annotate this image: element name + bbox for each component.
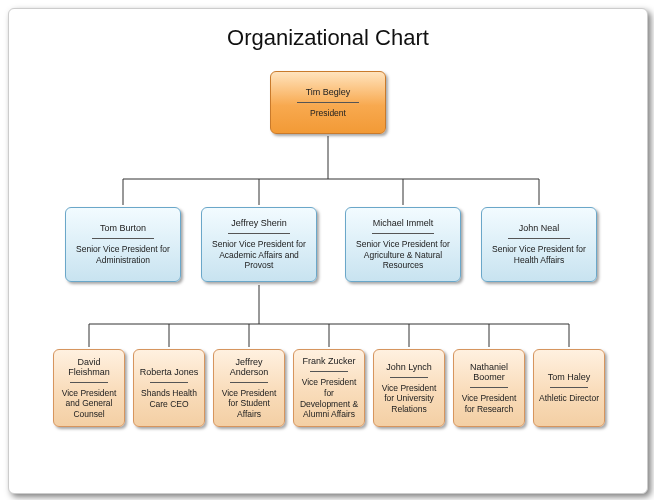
org-chart: Organizational Chart xyxy=(0,0,654,500)
divider xyxy=(70,382,107,383)
node-svp-administration: Tom Burton Senior Vice President for Adm… xyxy=(65,207,181,282)
node-shands-ceo: Roberta Jones Shands Health Care CEO xyxy=(133,349,205,427)
person-name: Jeffrey Sherin xyxy=(229,218,288,228)
divider xyxy=(228,233,291,234)
person-name: Nathaniel Boomer xyxy=(457,362,521,382)
divider xyxy=(390,377,427,378)
divider xyxy=(508,238,571,239)
node-president: Tim Begley President xyxy=(270,71,386,134)
divider xyxy=(310,371,347,372)
node-svp-agriculture: Michael Immelt Senior Vice President for… xyxy=(345,207,461,282)
node-svp-health: John Neal Senior Vice President for Heal… xyxy=(481,207,597,282)
person-name: Tom Burton xyxy=(98,223,148,233)
divider xyxy=(372,233,435,234)
person-title: Vice President for University Relations xyxy=(377,383,441,415)
person-title: Senior Vice President for Administration xyxy=(69,244,177,265)
person-name: Frank Zucker xyxy=(300,356,357,366)
node-athletic-director: Tom Haley Athletic Director xyxy=(533,349,605,427)
divider xyxy=(150,382,187,383)
person-name: John Lynch xyxy=(384,362,434,372)
person-name: Roberta Jones xyxy=(138,367,201,377)
person-name: John Neal xyxy=(517,223,562,233)
person-title: Vice President for Student Affairs xyxy=(217,388,281,420)
divider xyxy=(297,102,360,103)
divider xyxy=(550,387,587,388)
person-name: Michael Immelt xyxy=(371,218,436,228)
person-title: Senior Vice President for Academic Affai… xyxy=(205,239,313,271)
person-title: President xyxy=(308,108,348,119)
node-svp-academic: Jeffrey Sherin Senior Vice President for… xyxy=(201,207,317,282)
person-name: David Fleishman xyxy=(57,357,121,377)
divider xyxy=(92,238,155,239)
node-vp-student: Jeffrey Anderson Vice President for Stud… xyxy=(213,349,285,427)
node-vp-university-relations: John Lynch Vice President for University… xyxy=(373,349,445,427)
person-name: Tom Haley xyxy=(546,372,593,382)
chart-title: Organizational Chart xyxy=(9,25,647,51)
divider xyxy=(470,387,507,388)
node-vp-counsel: David Fleishman Vice President and Gener… xyxy=(53,349,125,427)
divider xyxy=(230,382,267,383)
node-vp-research: Nathaniel Boomer Vice President for Rese… xyxy=(453,349,525,427)
person-name: Jeffrey Anderson xyxy=(217,357,281,377)
chart-canvas: Organizational Chart xyxy=(8,8,648,494)
person-title: Athletic Director xyxy=(537,393,601,404)
node-vp-development: Frank Zucker Vice President for Developm… xyxy=(293,349,365,427)
person-name: Tim Begley xyxy=(304,87,353,97)
person-title: Vice President and General Counsel xyxy=(57,388,121,420)
person-title: Senior Vice President for Agriculture & … xyxy=(349,239,457,271)
person-title: Vice President for Research xyxy=(457,393,521,414)
person-title: Vice President for Development & Alumni … xyxy=(297,377,361,420)
person-title: Senior Vice President for Health Affairs xyxy=(485,244,593,265)
person-title: Shands Health Care CEO xyxy=(137,388,201,409)
